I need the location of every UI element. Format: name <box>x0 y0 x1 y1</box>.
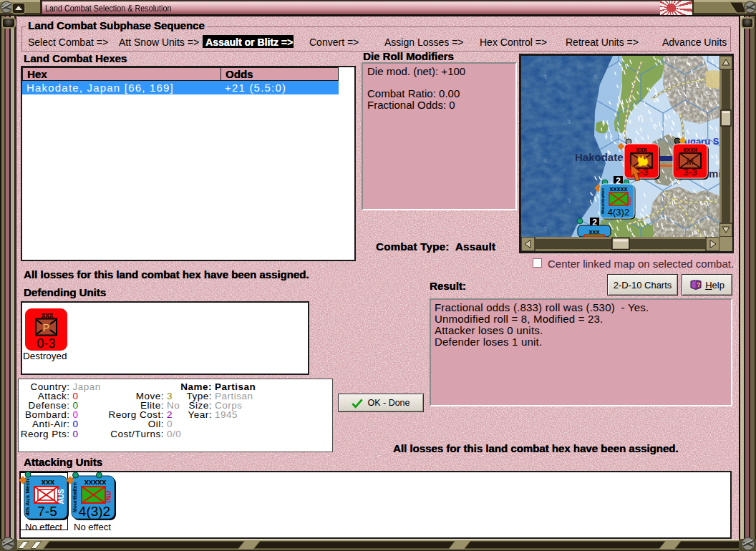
svg-text:↯: ↯ <box>566 118 572 125</box>
svg-text:xxx: xxx <box>636 146 646 153</box>
svg-text:mi: mi <box>709 167 719 180</box>
svg-text:IND: IND <box>627 197 632 205</box>
svg-text:P: P <box>43 322 49 333</box>
svg-text:xxxx: xxxx <box>683 146 697 153</box>
svg-text:3-3: 3-3 <box>684 167 697 177</box>
svg-text:AUS: AUS <box>57 489 65 504</box>
svg-text:?: ? <box>697 281 701 288</box>
svg-text:↯: ↯ <box>543 157 548 165</box>
svg-text:4(3)2: 4(3)2 <box>608 207 629 218</box>
svg-text:0-3: 0-3 <box>37 336 55 351</box>
svg-text:4(3)2: 4(3)2 <box>79 504 110 519</box>
svg-text:↯: ↯ <box>543 73 548 80</box>
svg-text:↯: ↯ <box>543 225 548 233</box>
svg-text:7-5: 7-5 <box>37 504 57 519</box>
svg-text:IND: IND <box>105 490 112 502</box>
svg-text:M: M <box>687 157 694 167</box>
svg-text:Hakodate: Hakodate <box>575 151 624 163</box>
svg-text:Mountbatten: Mountbatten <box>72 482 77 512</box>
svg-text:xxxxx: xxxxx <box>609 185 627 192</box>
svg-text:↯: ↯ <box>593 73 598 80</box>
svg-text:Kyoto: Kyoto <box>674 155 680 171</box>
svg-text:↯: ↯ <box>566 197 572 204</box>
svg-text:xxx: xxx <box>42 311 54 319</box>
svg-text:Mountbatten: Mountbatten <box>601 188 605 214</box>
